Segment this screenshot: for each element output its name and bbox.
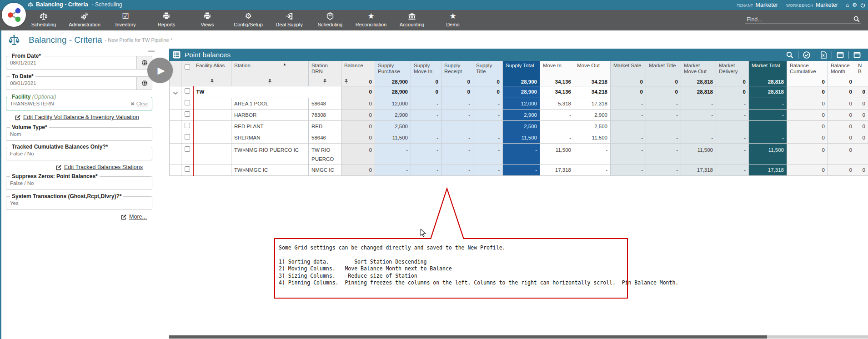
- cell-balance: 0: [341, 132, 375, 143]
- grid-validate-button[interactable]: [798, 51, 815, 59]
- app-logo[interactable]: [2, 3, 26, 27]
- col-header-st[interactable]: Supply Title0: [473, 61, 503, 86]
- power-icon[interactable]: [860, 3, 865, 8]
- grid-title-bar: Point balances: [169, 49, 868, 61]
- col-header-last[interactable]: N B: [855, 61, 868, 86]
- col-header-mtot[interactable]: Market Total28,818: [749, 61, 787, 86]
- nav-item-deal-supply[interactable]: Deal Supply: [269, 10, 310, 30]
- col-header-check[interactable]: [181, 61, 193, 86]
- clear-x-icon: ✖: [130, 101, 134, 106]
- row-checkbox[interactable]: [185, 100, 190, 105]
- search-icon[interactable]: [853, 16, 860, 22]
- cell-ms: -: [611, 132, 646, 143]
- chevron-down-icon[interactable]: [173, 91, 178, 95]
- row-checkbox[interactable]: [185, 146, 190, 152]
- grid-settings-button[interactable]: [832, 51, 848, 59]
- globe-icon: [141, 60, 148, 66]
- col-label: Supply Title: [476, 63, 500, 75]
- cell-sp: 2,900: [375, 109, 411, 120]
- find-input[interactable]: [745, 15, 853, 24]
- row-checkbox[interactable]: [185, 123, 190, 128]
- row-checkbox[interactable]: [185, 111, 190, 117]
- cell-smi: -: [411, 132, 442, 143]
- workbench-value[interactable]: Marketer: [816, 2, 838, 8]
- edit-facility-link[interactable]: Edit Facility Vol Balance & Inventory Va…: [15, 114, 139, 120]
- volume-type-field: Volume Type* Nom: [6, 127, 152, 141]
- cell-station: TW>NMG RIO PUERCO IC: [231, 143, 309, 164]
- more-link[interactable]: More...: [121, 214, 147, 220]
- col-header-ms[interactable]: Market Sale0: [611, 61, 646, 86]
- nav-item-reports[interactable]: Reports: [146, 10, 187, 30]
- edit-tracked-link[interactable]: Edit Tracked Balances Stations: [56, 164, 143, 170]
- tenant-value[interactable]: Marketer: [756, 2, 778, 8]
- col-header-sr[interactable]: Supply Receipt0: [442, 61, 473, 86]
- nav-item-scheduling-2[interactable]: Scheduling: [310, 10, 351, 30]
- col-header-bc[interactable]: Balance Cumulative0: [787, 61, 828, 86]
- grid-maximize-button[interactable]: [849, 51, 865, 59]
- col-header-balance[interactable]: Balance0: [341, 61, 375, 86]
- page-title: Balancing - Criteria: [29, 35, 102, 45]
- col-label: Market Delivery: [719, 63, 746, 75]
- run-criteria-button[interactable]: ▶: [147, 58, 173, 83]
- nav-item-demo[interactable]: ★ Demo: [432, 10, 473, 30]
- table-row: HARBOR7830802,900---2,900-2,900-----000: [170, 109, 868, 120]
- cell-stot: 11,500: [503, 132, 540, 143]
- cell-drn: 78308: [309, 109, 341, 120]
- col-header-smi[interactable]: Supply Move In0: [411, 61, 442, 86]
- col-label: Station: [234, 63, 306, 69]
- nav-item-scheduling[interactable]: Scheduling: [23, 10, 64, 30]
- nav-item-label: Views: [187, 22, 228, 28]
- col-header-md[interactable]: Market Delivery0: [716, 61, 749, 86]
- table-row: AREA 1 POOL58648012,000---12,0005,31817,…: [170, 98, 868, 109]
- nav-item-administration[interactable]: Administration: [64, 10, 105, 30]
- col-header-mmo[interactable]: Market Move Out28,818: [681, 61, 716, 86]
- star-icon: ★: [449, 12, 456, 20]
- col-header-alias[interactable]: Facility Alias: [193, 61, 231, 86]
- cell-mmo: 11,500: [681, 143, 716, 164]
- horizontal-scrollbar-thumb[interactable]: [169, 335, 767, 339]
- col-header-bm[interactable]: Balance Month0: [828, 61, 855, 86]
- grid-export-excel-button[interactable]: [815, 51, 832, 59]
- cell-bm: 0: [828, 86, 855, 98]
- nav-item-inventory[interactable]: ☑ Inventory: [105, 10, 146, 30]
- col-header-stot[interactable]: Supply Total28,900: [503, 61, 540, 86]
- row-checkbox[interactable]: [185, 88, 190, 94]
- col-header-mt[interactable]: Market Title0: [646, 61, 681, 86]
- callout-line: Some Grid settings can be changed direct…: [279, 244, 623, 251]
- col-header-drn[interactable]: Station DRN: [309, 61, 341, 86]
- nav-item-config-setup[interactable]: ⚙ Config/Setup: [228, 10, 269, 30]
- cell-mi: -: [540, 132, 574, 143]
- col-header-sp[interactable]: Supply Purchase28,900: [375, 61, 411, 86]
- cell-drn: RED: [309, 120, 341, 132]
- cell-sr: -: [442, 98, 473, 109]
- collapse-panel-button[interactable]: —: [148, 49, 155, 53]
- grid-search-button[interactable]: [782, 51, 798, 59]
- col-header-mo[interactable]: Move Out34,218: [574, 61, 611, 86]
- col-header-station[interactable]: Station▲: [231, 61, 309, 86]
- facility-field: Facility (Optional) TRANSWESTERN ✖ Clear: [6, 97, 152, 110]
- printer-icon: [162, 12, 171, 20]
- home-icon[interactable]: ⌂: [846, 2, 849, 8]
- cell-md: 0: [716, 86, 749, 98]
- cell-station: RED PLANT: [231, 120, 309, 132]
- app-title-text: Balancing - Criteria: [36, 1, 88, 8]
- cell-last: 0: [855, 132, 868, 143]
- share-nodes-icon: [6, 7, 22, 23]
- facility-clear-button[interactable]: ✖ Clear: [130, 101, 148, 106]
- cell-md: -: [716, 109, 749, 120]
- col-header-mi[interactable]: Move In34,136: [540, 61, 574, 86]
- row-checkbox[interactable]: [185, 134, 190, 140]
- cell-smi: 0: [411, 86, 442, 98]
- nav-item-accounting[interactable]: Accounting: [391, 10, 432, 30]
- settings-gear-icon[interactable]: ⚙: [852, 2, 857, 8]
- row-checkbox[interactable]: [185, 166, 190, 172]
- cell-last: [855, 143, 868, 164]
- col-total: 0: [743, 79, 746, 85]
- horizontal-scrollbar[interactable]: [169, 335, 868, 339]
- select-all-checkbox[interactable]: [185, 64, 190, 70]
- cell-check: [181, 164, 193, 175]
- page-subtitle: - New Profile for TW Pipeline *: [105, 37, 172, 43]
- workbench-label: WORKBENCH: [786, 3, 813, 8]
- nav-item-reconciliation[interactable]: ★ Reconciliation: [351, 10, 391, 30]
- nav-item-views[interactable]: Views: [187, 10, 228, 30]
